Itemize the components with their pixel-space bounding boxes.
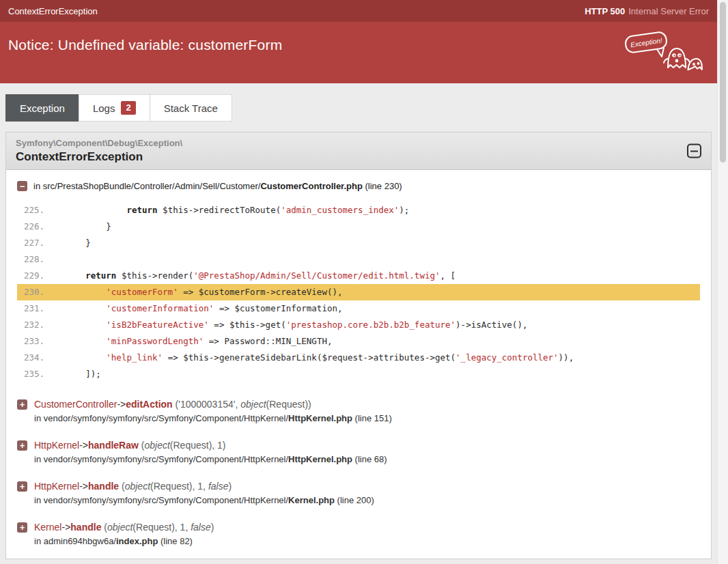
code-line-highlighted: 230. 'customerForm' => $customerForm->cr… [17, 284, 700, 300]
line-number: 234. [17, 350, 44, 366]
tab-stack-trace[interactable]: Stack Trace [150, 94, 232, 122]
expand-frame-button[interactable]: + [17, 481, 27, 492]
code-line: 227. } [17, 235, 700, 251]
tab-exception-label: Exception [20, 102, 65, 114]
code-segment: editAction [126, 399, 172, 410]
exception-panel-header: Symfony\Component\Debug\Exception\ Conte… [6, 132, 711, 170]
code-text: return $this->redirectToRoute('admin_cus… [44, 202, 409, 218]
scrollbar-thumb[interactable] [720, 2, 726, 163]
ghost-exception-icon: Exception! [624, 30, 708, 75]
code-segment: (Request), 1, [150, 481, 208, 492]
code-segment: false [208, 481, 229, 492]
code-segment: => $customerForm->createView(), [178, 287, 343, 297]
code-line: 229. return $this->render('@PrestaShop/A… [17, 268, 700, 284]
code-segment: '_legacy_controller' [456, 352, 559, 363]
frame-location-path: in vendor/symfony/symfony/src/Symfony/Co… [34, 413, 288, 423]
code-segment: , [ [440, 270, 456, 281]
frame-location: in vendor/symfony/symfony/src/Symfony/Co… [34, 495, 700, 505]
frame-location-line: (line 82) [158, 536, 193, 546]
exception-page: ContextErrorException HTTP 500Internal S… [0, 0, 717, 559]
trace-location-prefix: in [33, 181, 43, 191]
code-segment: handle [88, 481, 119, 492]
stack-frames: +CustomerController->editAction ('100000… [17, 399, 700, 546]
code-text: } [44, 235, 91, 251]
expand-frame-button[interactable]: + [17, 399, 27, 410]
frame-call: HttpKernel->handle (object(Request), 1, … [34, 481, 700, 492]
code-segment: (Request), 1, [132, 522, 191, 533]
expand-frame-button[interactable]: + [17, 522, 27, 533]
frame-location-file: HttpKernel.php [288, 454, 352, 464]
collapse-panel-button[interactable] [687, 144, 701, 158]
vertical-scrollbar[interactable] [717, 0, 728, 564]
code-segment: (Request)) [266, 399, 311, 410]
tab-logs-label: Logs [93, 102, 115, 114]
code-segment: } [44, 221, 111, 231]
code-segment: -> [79, 481, 88, 492]
code-segment: object [240, 399, 266, 410]
exception-class-name: ContextErrorException [16, 150, 701, 164]
code-segment: )->isActive(), [456, 320, 527, 330]
code-line: 234. 'help_link' => $this->generateSideb… [17, 350, 700, 366]
frame-location: in admin694hbgw6a/index.php (line 82) [34, 536, 700, 546]
line-number: 235. [17, 366, 44, 382]
trace-location: − in src/PrestaShopBundle/Controller/Adm… [17, 181, 700, 191]
code-segment: HttpKernel [34, 481, 79, 492]
code-segment [44, 270, 85, 281]
exception-panel: Symfony\Component\Debug\Exception\ Conte… [5, 132, 712, 559]
code-segment: 'minPasswordLength' [106, 336, 204, 346]
code-segment: false [191, 522, 211, 533]
code-line: 228. [17, 251, 700, 268]
exception-namespace: Symfony\Component\Debug\Exception\ [16, 138, 701, 148]
code-segment: object [125, 481, 150, 492]
frame-location: in vendor/symfony/symfony/src/Symfony/Co… [34, 454, 700, 464]
code-text: 'help_link' => $this->generateSidebarLin… [44, 350, 574, 366]
code-segment [44, 287, 106, 297]
code-segment: handle [70, 522, 101, 533]
code-segment: Kernel [34, 522, 61, 533]
code-line: 232. 'isB2bFeatureActive' => $this->get(… [17, 317, 700, 333]
code-listing: 225. return $this->redirectToRoute('admi… [17, 202, 700, 382]
code-segment: (Request), 1) [170, 440, 226, 451]
code-segment: '1000003154', [178, 399, 240, 410]
code-line: 225. return $this->redirectToRoute('admi… [17, 202, 700, 218]
code-segment: 'prestashop.core.b2b.b2b_feature' [286, 320, 456, 330]
frame-call: HttpKernel->handleRaw (object(Request), … [34, 440, 700, 451]
tab-logs[interactable]: Logs 2 [79, 94, 150, 122]
frame-location: in vendor/symfony/symfony/src/Symfony/Co… [34, 413, 700, 423]
code-segment: => $customerInformation, [214, 303, 342, 313]
tab-stack-trace-label: Stack Trace [164, 102, 218, 114]
frame-call: Kernel->handle (object(Request), 1, fals… [34, 522, 700, 533]
code-segment [44, 205, 126, 215]
frame-location-path: in vendor/symfony/symfony/src/Symfony/Co… [34, 495, 288, 505]
code-segment: => Password::MIN_LENGTH, [204, 336, 332, 346]
exception-banner: Notice: Undefined variable: customerForm [0, 22, 717, 83]
line-number: 226. [17, 218, 44, 235]
expand-frame-button[interactable]: + [17, 440, 27, 451]
code-line: 226. } [17, 218, 700, 235]
collapse-trace-button[interactable]: − [17, 181, 27, 191]
tab-exception[interactable]: Exception [5, 94, 79, 122]
http-status-code: HTTP 500 [585, 6, 625, 16]
code-line: 233. 'minPasswordLength' => Password::MI… [17, 333, 700, 350]
code-segment: '@PrestaShop/Admin/Sell/Customer/edit.ht… [193, 270, 440, 281]
exception-bubble-label: Exception! [630, 37, 663, 48]
http-status-text: Internal Server Error [628, 6, 709, 16]
code-segment [44, 320, 106, 330]
frame-location-line: (line 68) [352, 454, 387, 464]
line-number: 230. [17, 284, 44, 300]
code-segment: CustomerController [34, 399, 117, 410]
code-text: 'minPasswordLength' => Password::MIN_LEN… [44, 333, 332, 350]
code-segment: object [144, 440, 169, 451]
code-segment: return [85, 270, 116, 281]
trace-location-file: CustomerController.php [260, 181, 363, 191]
exception-message: Notice: Undefined variable: customerForm [8, 37, 709, 53]
frame-location-path: in vendor/symfony/symfony/src/Symfony/Co… [34, 454, 288, 464]
code-segment: => $this->get( [209, 320, 286, 330]
frame-location-line: (line 200) [335, 495, 374, 505]
line-number: 229. [17, 268, 44, 284]
code-text: 'isB2bFeatureActive' => $this->get('pres… [44, 317, 527, 333]
code-segment: 'help_link' [106, 352, 163, 363]
code-segment: )), [559, 352, 574, 363]
http-status: HTTP 500Internal Server Error [585, 6, 709, 16]
code-segment [44, 352, 106, 363]
